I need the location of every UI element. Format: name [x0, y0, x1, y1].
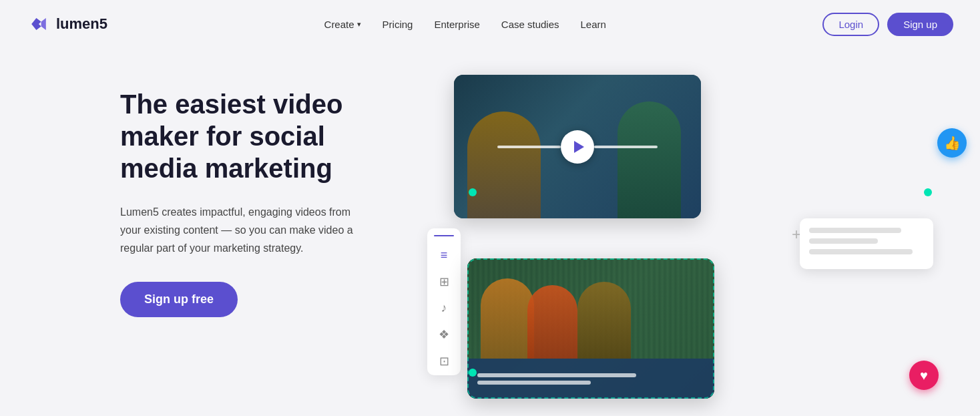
- bottom-text-1: [477, 373, 636, 377]
- selection-dot-bl: [469, 369, 477, 377]
- editor-panel: ≡ ⊞ ♪ ❖ ⊡: [427, 228, 461, 375]
- logo[interactable]: lumen5: [27, 12, 107, 36]
- nav-item-case-studies[interactable]: Case studies: [501, 19, 559, 30]
- nav-item-learn[interactable]: Learn: [581, 19, 606, 30]
- heart-icon: ♥: [920, 368, 928, 383]
- figure-left: [467, 112, 541, 218]
- bottom-text-2: [477, 381, 591, 385]
- logo-icon: [27, 12, 51, 36]
- editor-image-icon[interactable]: ⊞: [439, 274, 449, 289]
- video-background-top: [454, 75, 701, 218]
- hero-title: The easiest video maker for social media…: [120, 88, 374, 184]
- logo-text: lumen5: [56, 15, 107, 33]
- editor-music-icon[interactable]: ♪: [441, 301, 447, 315]
- signup-hero-button[interactable]: Sign up free: [120, 282, 238, 317]
- editor-text-icon[interactable]: ≡: [441, 248, 448, 262]
- progress-bar-right: [594, 146, 658, 148]
- nav-item-pricing[interactable]: Pricing: [383, 19, 413, 30]
- hero-description: Lumen5 creates impactful, engaging video…: [120, 203, 374, 258]
- progress-bar-left: [497, 146, 561, 148]
- video-background-bottom: [467, 258, 714, 399]
- hero-left: The easiest video maker for social media…: [120, 75, 374, 317]
- login-button[interactable]: Login: [822, 13, 879, 36]
- navbar: lumen5 Create ▾ Pricing Enterprise Case …: [0, 0, 980, 48]
- selection-dot-tr: [924, 188, 932, 196]
- nav-actions: Login Sign up: [822, 13, 953, 36]
- selection-dot-tl: [469, 188, 477, 196]
- heart-badge: ♥: [909, 361, 939, 390]
- hero-section: The easiest video maker for social media…: [0, 48, 980, 395]
- editor-shape-icon[interactable]: ❖: [439, 327, 449, 342]
- thumbs-up-icon: 👍: [944, 135, 961, 151]
- video-card-bottom: [467, 258, 714, 399]
- like-badge: 👍: [937, 128, 967, 158]
- editor-layout-icon[interactable]: ⊡: [439, 354, 449, 369]
- bottom-overlay: [467, 359, 714, 399]
- nav-links: Create ▾ Pricing Enterprise Case studies…: [324, 19, 606, 30]
- editor-divider: [434, 235, 454, 236]
- play-triangle-icon: [574, 141, 584, 153]
- content-line-2: [809, 238, 878, 244]
- video-card-top: [454, 75, 701, 218]
- nav-item-enterprise[interactable]: Enterprise: [434, 19, 479, 30]
- content-line-3: [809, 249, 913, 254]
- hero-illustration: 👍 ≡ ⊞ ♪ ❖ ⊡ +: [427, 75, 953, 395]
- chevron-down-icon: ▾: [357, 20, 361, 29]
- play-bar: [497, 130, 658, 164]
- content-line-1: [809, 228, 901, 233]
- signup-nav-button[interactable]: Sign up: [887, 13, 953, 36]
- play-button[interactable]: [561, 130, 594, 164]
- content-card: [800, 218, 933, 269]
- nav-item-create[interactable]: Create ▾: [324, 19, 361, 30]
